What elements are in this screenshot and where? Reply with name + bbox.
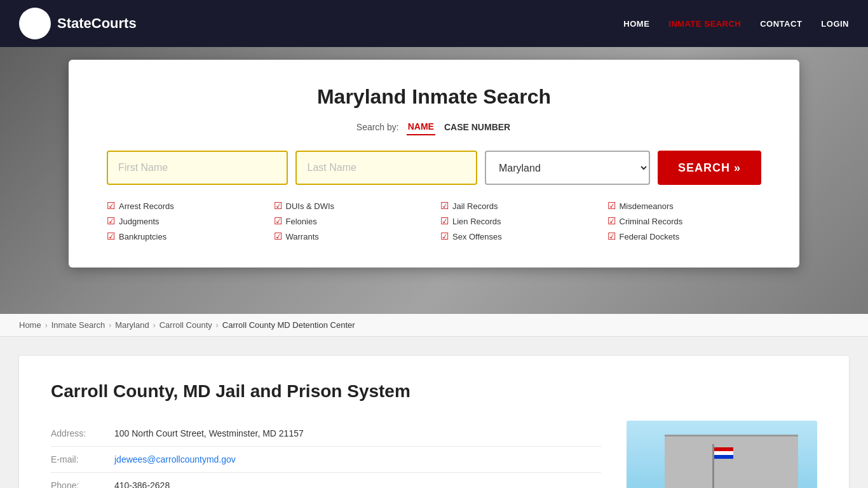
checkbox-sex-offenses: ☑ Sex Offenses: [440, 231, 595, 242]
content-layout: Address: 100 North Court Street, Westmin…: [51, 421, 817, 488]
checkbox-label: Felonies: [286, 217, 317, 226]
search-inputs-row: Maryland Alabama Alaska California Flori…: [107, 151, 761, 185]
flagpole-shape: [712, 444, 714, 488]
checkbox-label: Judgments: [119, 217, 159, 226]
breadcrumb-maryland[interactable]: Maryland: [115, 320, 149, 330]
checkbox-warrants: ☑ Warrants: [274, 231, 428, 242]
checkmark-icon: ☑: [274, 231, 282, 242]
checkbox-jail-records: ☑ Jail Records: [440, 200, 595, 212]
info-table: Address: 100 North Court Street, Westmin…: [51, 421, 601, 488]
search-by-label: Search by:: [356, 122, 399, 132]
table-row: Phone: 410-386-2628: [51, 473, 601, 489]
checkmark-icon: ☑: [607, 231, 616, 242]
search-card: Maryland Inmate Search Search by: NAME C…: [69, 60, 799, 268]
search-title: Maryland Inmate Search: [107, 85, 761, 109]
nav-home[interactable]: HOME: [623, 19, 649, 29]
content-right: [627, 421, 817, 488]
breadcrumb-carroll-county[interactable]: Carroll County: [159, 320, 212, 330]
logo-text: StateCourts: [57, 15, 137, 32]
tab-name[interactable]: NAME: [407, 119, 435, 135]
checkbox-label: DUIs & DWIs: [286, 201, 335, 211]
building-shape: [665, 435, 798, 488]
tab-case-number[interactable]: CASE NUMBER: [443, 119, 512, 135]
checkbox-misdemeanors: ☑ Misdemeanors: [607, 200, 762, 212]
email-value: jdewees@carrollcountymd.gov: [114, 447, 601, 473]
email-link[interactable]: jdewees@carrollcountymd.gov: [114, 454, 236, 464]
checkbox-grid: ☑ Arrest Records ☑ DUIs & DWIs ☑ Jail Re…: [107, 200, 761, 242]
state-select[interactable]: Maryland Alabama Alaska California Flori…: [485, 151, 650, 185]
hero-section: COURTHOUSE Maryland Inmate Search Search…: [0, 47, 868, 314]
first-name-input[interactable]: [107, 151, 288, 185]
checkbox-bankruptcies: ☑ Bankruptcies: [107, 231, 261, 242]
checkbox-felonies: ☑ Felonies: [274, 215, 428, 227]
breadcrumb-current: Carroll County MD Detention Center: [222, 320, 355, 330]
nav-contact[interactable]: CONTACT: [760, 19, 802, 29]
breadcrumb-sep-4: ›: [216, 321, 219, 330]
nav-inmate-search[interactable]: INMATE SEARCH: [668, 19, 741, 29]
content-card: Carroll County, MD Jail and Prison Syste…: [19, 356, 849, 488]
checkbox-label: Jail Records: [452, 201, 498, 211]
checkmark-icon: ☑: [607, 200, 616, 212]
email-label: E-mail:: [51, 447, 114, 473]
checkbox-label: Sex Offenses: [452, 232, 502, 241]
breadcrumb-inmate-search[interactable]: Inmate Search: [51, 320, 105, 330]
checkmark-icon: ☑: [440, 200, 449, 212]
breadcrumb-sep-1: ›: [45, 321, 48, 330]
checkbox-label: Warrants: [286, 232, 319, 241]
checkbox-federal-dockets: ☑ Federal Dockets: [607, 231, 762, 242]
address-value: 100 North Court Street, Westminster, MD …: [114, 421, 601, 447]
checkmark-icon: ☑: [107, 215, 115, 227]
checkmark-icon: ☑: [107, 200, 115, 212]
checkbox-criminal-records: ☑ Criminal Records: [607, 215, 762, 227]
logo[interactable]: 🏛 StateCourts: [19, 8, 137, 39]
phone-label: Phone:: [51, 473, 114, 489]
checkbox-label: Misdemeanors: [620, 201, 674, 211]
breadcrumb-home[interactable]: Home: [19, 320, 41, 330]
checkmark-icon: ☑: [440, 231, 449, 242]
flag-shape: [714, 447, 733, 459]
checkmark-icon: ☑: [274, 200, 282, 212]
checkmark-icon: ☑: [107, 231, 115, 242]
checkbox-judgments: ☑ Judgments: [107, 215, 261, 227]
breadcrumb-sep-3: ›: [153, 321, 156, 330]
content-left: Address: 100 North Court Street, Westmin…: [51, 421, 601, 488]
nav-login[interactable]: LOGIN: [821, 19, 849, 29]
breadcrumb: Home › Inmate Search › Maryland › Carrol…: [0, 314, 868, 337]
checkmark-icon: ☑: [274, 215, 282, 227]
main-content: Carroll County, MD Jail and Prison Syste…: [0, 337, 868, 488]
table-row: Address: 100 North Court Street, Westmin…: [51, 421, 601, 447]
checkbox-arrest-records: ☑ Arrest Records: [107, 200, 261, 212]
logo-icon: 🏛: [19, 8, 51, 39]
checkmark-icon: ☑: [607, 215, 616, 227]
phone-value: 410-386-2628: [114, 473, 601, 489]
search-button[interactable]: SEARCH »: [658, 151, 761, 185]
address-label: Address:: [51, 421, 114, 447]
site-header: 🏛 StateCourts HOME INMATE SEARCH CONTACT…: [0, 0, 868, 47]
breadcrumb-sep-2: ›: [109, 321, 111, 330]
facility-image-inner: [627, 421, 817, 488]
checkbox-lien-records: ☑ Lien Records: [440, 215, 595, 227]
checkbox-label: Criminal Records: [620, 217, 683, 226]
checkbox-label: Arrest Records: [119, 201, 174, 211]
last-name-input[interactable]: [295, 151, 477, 185]
search-by-row: Search by: NAME CASE NUMBER: [107, 119, 761, 135]
checkbox-label: Federal Dockets: [620, 232, 680, 241]
main-nav: HOME INMATE SEARCH CONTACT LOGIN: [623, 19, 849, 29]
facility-image: [627, 421, 817, 488]
facility-title: Carroll County, MD Jail and Prison Syste…: [51, 381, 817, 402]
table-row: E-mail: jdewees@carrollcountymd.gov: [51, 447, 601, 473]
checkbox-duis-dwis: ☑ DUIs & DWIs: [274, 200, 428, 212]
checkmark-icon: ☑: [440, 215, 449, 227]
checkbox-label: Lien Records: [452, 217, 501, 226]
checkbox-label: Bankruptcies: [119, 232, 166, 241]
